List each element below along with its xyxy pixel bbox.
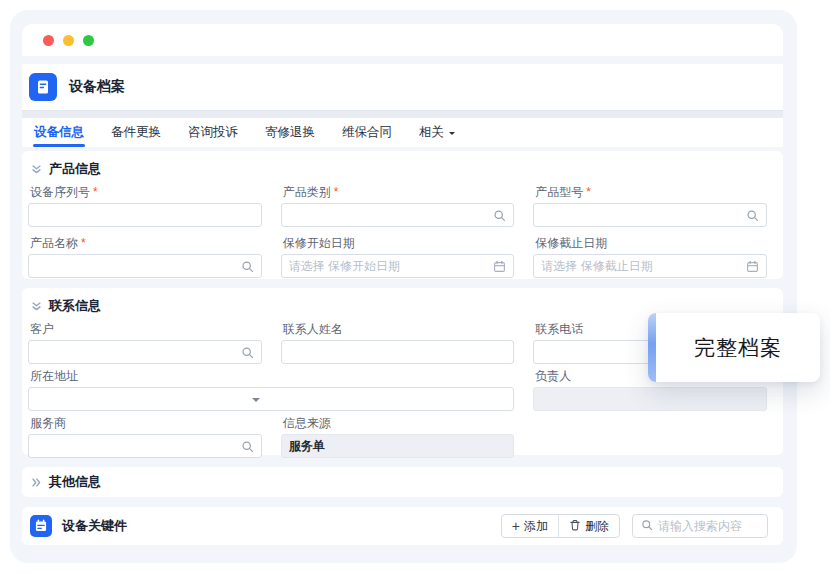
add-button[interactable]: + 添加 [502,515,558,537]
warranty-end-input[interactable] [541,259,740,273]
tab-related[interactable]: 相关 [419,118,455,147]
section-title: 产品信息 [49,160,101,178]
source-input [289,439,507,453]
field-label: 联系人姓名 [283,322,515,336]
key-parts-actions: + 添加 删除 [501,514,620,538]
window-maximize-button[interactable] [83,35,94,46]
required-mark: * [334,185,339,199]
category-input[interactable] [289,208,488,222]
model-input[interactable] [541,208,740,222]
key-parts-search[interactable] [632,514,768,538]
search-icon[interactable] [493,209,506,222]
field-address: 所在地址 [28,369,514,411]
tab-device-info[interactable]: 设备信息 [34,118,84,147]
contact-section-header[interactable]: 联系信息 [22,288,783,315]
calendar-icon[interactable] [493,260,506,273]
search-icon[interactable] [241,346,254,359]
collapse-chevrons-down-icon [31,301,42,312]
product-section-header[interactable]: 产品信息 [22,151,783,178]
search-icon[interactable] [241,440,254,453]
field-customer: 客户 [28,322,262,364]
field-label: 客户 [30,322,262,336]
header-separator [22,110,783,118]
key-parts-title: 设备关键件 [62,517,501,535]
field-label: 产品型号 * [535,185,767,199]
contact-name-input[interactable] [289,345,507,359]
section-product-info: 产品信息 设备序列号 * 产品类别 * [22,151,783,279]
field-category: 产品类别 * [281,185,515,227]
field-serial: 设备序列号 * [28,185,262,227]
complete-archive-callout: 完整档案 [648,313,820,382]
required-mark: * [81,236,86,250]
tab-label: 备件更换 [111,124,161,141]
section-title: 其他信息 [49,473,101,491]
tab-label: 设备信息 [34,124,84,141]
field-label: 所在地址 [30,369,514,383]
page-title: 设备档案 [69,78,125,96]
field-label: 设备序列号 * [30,185,262,199]
tab-label: 咨询投诉 [188,124,238,141]
tab-spare-parts[interactable]: 备件更换 [111,118,161,147]
delete-button[interactable]: 删除 [558,515,619,537]
customer-input[interactable] [36,345,235,359]
key-parts-search-input[interactable] [658,519,759,533]
field-warranty-end: 保修截止日期 [533,236,767,278]
section-other-info[interactable]: 其他信息 [22,467,783,497]
tab-bar: 设备信息 备件更换 咨询投诉 寄修退换 维保合同 相关 [22,118,783,147]
collapse-chevrons-down-icon [31,164,42,175]
device-archive-icon [29,73,57,101]
tab-repair-return[interactable]: 寄修退换 [265,118,315,147]
caret-down-icon [449,132,455,138]
field-product-name: 产品名称 * [28,236,262,278]
tab-label: 相关 [419,124,444,141]
address-select[interactable] [28,387,514,411]
section-title: 联系信息 [49,297,101,315]
serial-input[interactable] [36,208,254,222]
app-window: 设备档案 设备信息 备件更换 咨询投诉 寄修退换 维保合同 相关 [10,10,797,563]
collapse-chevrons-right-icon [31,477,42,488]
required-mark: * [93,185,98,199]
product-name-input[interactable] [36,259,235,273]
section-key-parts: 设备关键件 + 添加 删除 [22,507,783,545]
window-titlebar [22,24,783,56]
search-icon[interactable] [746,209,759,222]
add-button-label: 添加 [524,518,548,535]
provider-input[interactable] [36,439,235,453]
owner-input [541,392,759,406]
field-label: 产品名称 * [30,236,262,250]
field-contact-name: 联系人姓名 [281,322,515,364]
key-parts-icon [30,515,52,537]
field-warranty-start: 保修开始日期 [281,236,515,278]
required-mark: * [586,185,591,199]
address-input[interactable] [36,392,506,406]
search-icon [641,517,653,535]
plus-icon: + [512,519,520,533]
tab-label: 维保合同 [342,124,392,141]
field-label: 信息来源 [283,416,515,430]
delete-button-label: 删除 [585,518,609,535]
field-label: 保修截止日期 [535,236,767,250]
warranty-start-input[interactable] [289,259,488,273]
field-label: 服务商 [30,416,262,430]
field-model: 产品型号 * [533,185,767,227]
calendar-icon[interactable] [746,260,759,273]
callout-text: 完整档案 [656,313,820,382]
tab-maintenance-contract[interactable]: 维保合同 [342,118,392,147]
search-icon[interactable] [241,260,254,273]
page-header: 设备档案 [22,64,783,110]
field-label: 产品类别 * [283,185,515,199]
window-minimize-button[interactable] [63,35,74,46]
field-label: 保修开始日期 [283,236,515,250]
tab-consult-complaint[interactable]: 咨询投诉 [188,118,238,147]
window-close-button[interactable] [43,35,54,46]
caret-down-icon [252,398,260,406]
trash-icon [569,519,581,534]
field-source: 信息来源 [281,416,515,458]
field-provider: 服务商 [28,416,262,458]
tab-label: 寄修退换 [265,124,315,141]
callout-accent-bar [648,313,656,382]
